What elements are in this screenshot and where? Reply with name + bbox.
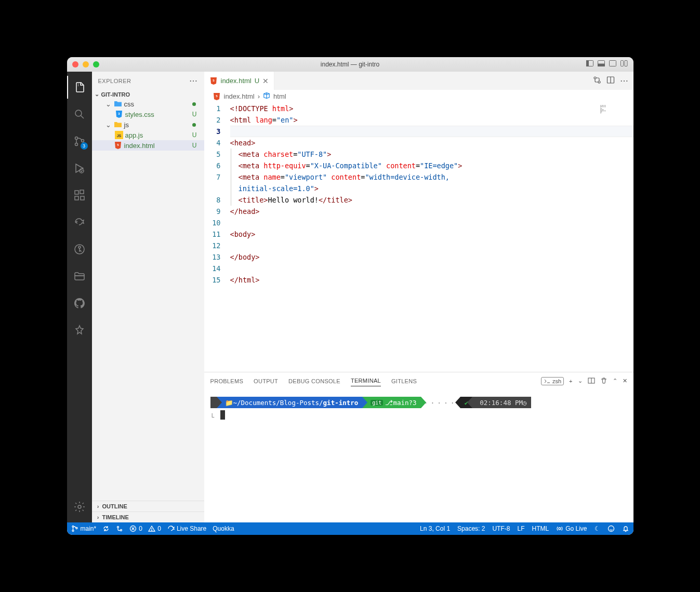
close-tab-icon[interactable]: ✕ (262, 77, 269, 85)
folder-css[interactable]: ⌄ css (92, 99, 204, 109)
github-icon[interactable] (67, 292, 92, 315)
kill-terminal-icon[interactable] (600, 377, 607, 385)
modified-indicator (192, 123, 196, 127)
folder-js[interactable]: ⌄ js (92, 119, 204, 130)
svg-point-10 (75, 143, 77, 146)
breadcrumb[interactable]: 5 index.html › html (204, 90, 633, 103)
status-spaces[interactable]: Spaces: 2 (457, 525, 485, 532)
extensions-icon[interactable] (67, 184, 92, 207)
folder-icon[interactable] (67, 265, 92, 288)
traffic-lights (72, 61, 99, 68)
minimize-window-button[interactable] (83, 61, 89, 68)
html-file-icon: 5 (209, 77, 218, 85)
svg-rect-1 (586, 61, 588, 66)
outline-section[interactable]: ›OUTLINE (92, 501, 204, 512)
css-file-icon: 3 (115, 110, 123, 118)
tab-actions: ⋯ (588, 72, 633, 90)
file-app-js[interactable]: JS app.js U (92, 130, 204, 140)
file-tree: ⌄ GIT-INTRO ⌄ css 3 styles.css U ⌄ (92, 90, 204, 501)
file-label: app.js (125, 131, 143, 139)
tab-bar: 5 index.html U ✕ ⋯ (204, 72, 633, 90)
status-quokka[interactable]: Quokka (213, 525, 234, 532)
tab-output[interactable]: OUTPUT (254, 376, 278, 386)
run-debug-icon[interactable] (67, 157, 92, 180)
tab-terminal[interactable]: TERMINAL (351, 375, 381, 386)
status-moon-icon[interactable]: ☾ (595, 525, 600, 532)
terminal-content[interactable]: 📁 ~/Documents/Blog-Posts/git-intro git ⎇… (204, 386, 633, 522)
svg-point-43 (608, 526, 614, 532)
status-branch[interactable]: main* (71, 525, 97, 532)
status-liveshare[interactable]: Live Share (167, 525, 206, 532)
svg-point-7 (75, 110, 82, 116)
source-control-icon[interactable]: 3 (67, 130, 92, 153)
tab-gitlens[interactable]: GITLENS (391, 376, 417, 386)
panel-tab-bar: PROBLEMS OUTPUT DEBUG CONSOLE TERMINAL G… (204, 372, 633, 386)
explorer-sidebar: EXPLORER ⋯ ⌄ GIT-INTRO ⌄ css 3 styles.cs (92, 72, 204, 522)
scm-badge: 3 (81, 142, 88, 150)
tab-status: U (255, 77, 259, 85)
split-terminal-icon[interactable] (588, 377, 595, 385)
window-title: index.html — git-intro (321, 61, 379, 68)
status-sync[interactable] (102, 525, 110, 532)
status-bell-icon[interactable] (622, 525, 629, 532)
tab-problems[interactable]: PROBLEMS (210, 376, 244, 386)
panel-right-icon[interactable] (609, 59, 617, 70)
status-gitlens[interactable] (116, 525, 123, 532)
tab-index-html[interactable]: 5 index.html U ✕ (204, 72, 275, 90)
vscode-window: index.html — git-intro 3 EXPLORE (67, 57, 633, 535)
status-lang[interactable]: HTML (532, 525, 549, 532)
settings-gear-icon[interactable] (67, 495, 92, 518)
tab-debug-console[interactable]: DEBUG CONSOLE (288, 376, 340, 386)
prompt-os-segment (210, 397, 217, 408)
status-cursor[interactable]: Ln 3, Col 1 (420, 525, 450, 532)
chevron-down-icon: ⌄ (94, 91, 100, 98)
panel-bottom-icon[interactable] (597, 59, 605, 70)
split-editor-icon[interactable] (606, 76, 615, 86)
outline-label: OUTLINE (102, 503, 127, 509)
project-header[interactable]: ⌄ GIT-INTRO (92, 90, 204, 99)
prompt-time-segment: 02:16:48 PM ◷ (472, 397, 531, 408)
explorer-menu-icon[interactable]: ⋯ (189, 76, 198, 86)
status-problems[interactable]: 0 0 (129, 525, 161, 532)
svg-rect-6 (625, 61, 627, 66)
prompt-git-segment: git ⎇ main ?3 (362, 397, 420, 408)
git-status: U (192, 111, 197, 118)
new-terminal-icon[interactable]: + (569, 378, 572, 384)
timeline-section[interactable]: ›TIMELINE (92, 512, 204, 522)
status-encoding[interactable]: UTF-8 (492, 525, 510, 532)
svg-point-36 (121, 530, 122, 531)
close-panel-icon[interactable]: ✕ (623, 378, 627, 384)
status-golive[interactable]: Go Live (556, 525, 587, 532)
quokka-ext-icon[interactable] (67, 319, 92, 342)
svg-rect-16 (80, 190, 84, 194)
svg-point-9 (75, 137, 77, 140)
svg-point-18 (78, 246, 81, 248)
terminal-dropdown-icon[interactable]: ⌄ (578, 378, 583, 384)
file-styles-css[interactable]: 3 styles.css U (92, 109, 204, 119)
share-icon[interactable] (67, 211, 92, 234)
chevron-down-icon: ⌄ (105, 121, 112, 129)
minimap[interactable]: ██ ███ █████ ██ ██████ ██ ███ ███ ██ ██ … (600, 105, 631, 126)
panel-left-icon[interactable] (586, 59, 594, 70)
layout-icon[interactable] (620, 59, 628, 70)
svg-rect-14 (75, 196, 78, 200)
status-feedback-icon[interactable] (607, 525, 615, 532)
maximize-panel-icon[interactable]: ⌃ (613, 378, 617, 384)
explorer-icon[interactable] (67, 76, 92, 99)
project-name: GIT-INTRO (101, 91, 130, 98)
folder-label: js (124, 121, 129, 129)
code-editor[interactable]: 123456789101112131415 <!DOCTYPE html> <h… (204, 103, 633, 372)
file-label: index.html (124, 142, 155, 150)
titlebar: index.html — git-intro (67, 57, 633, 72)
compare-icon[interactable] (593, 76, 601, 86)
svg-point-33 (72, 530, 74, 532)
shell-selector[interactable]: zsh (541, 377, 564, 385)
chevron-right-icon: › (258, 92, 260, 100)
gitlens-icon[interactable] (67, 238, 92, 261)
close-window-button[interactable] (72, 61, 78, 68)
tab-more-icon[interactable]: ⋯ (620, 76, 628, 86)
search-icon[interactable] (67, 103, 92, 126)
maximize-window-button[interactable] (93, 61, 99, 68)
file-index-html[interactable]: 5 index.html U (92, 140, 204, 151)
status-eol[interactable]: LF (517, 525, 524, 532)
